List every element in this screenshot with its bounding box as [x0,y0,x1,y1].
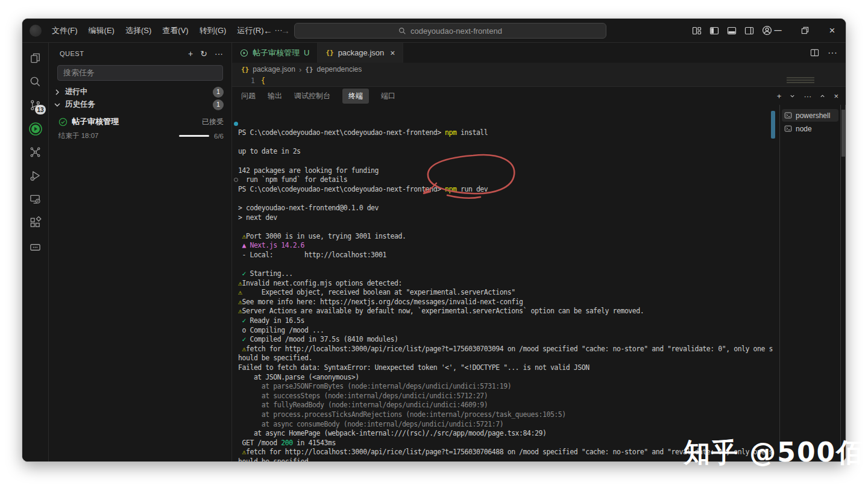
close-panel-icon[interactable]: × [834,92,838,101]
split-editor-icon[interactable] [810,48,819,57]
command-center-search[interactable]: codeyoudao-next-frontend [294,23,606,39]
watermark: 知乎 @500佰 [684,435,864,471]
search-icon [398,27,406,35]
terminal-line: PS C:\code\codeyoudao-next\codeyoudao-ne… [238,185,779,195]
task-finished-time: 结束于 18:07 [58,131,98,140]
close-window-button[interactable]: × [819,19,846,42]
terminal-output[interactable]: PS C:\code\codeyoudao-next\codeyoudao-ne… [232,105,779,462]
terminal-command-marker [234,178,238,182]
tab-package-json[interactable]: {} package.json × [318,43,403,63]
terminal-instance-powershell[interactable]: powershell [782,109,838,122]
menu-item[interactable]: 文件(F) [46,23,83,39]
menu-item[interactable]: 编辑(E) [83,23,120,39]
menu-item[interactable]: 查看(V) [157,23,193,39]
terminal-line [238,260,779,270]
terminal-line: ⚠ Expected object, received boolean at "… [238,288,779,298]
tab-quest-task[interactable]: 帖子审核管理 U [232,43,318,63]
terminal-dropdown-icon[interactable] [789,93,796,99]
source-control-icon[interactable]: 13 [22,93,49,117]
terminal-line: ⚠Port 3000 is in use, trying 3001 instea… [238,232,779,242]
section-history[interactable]: 历史任务 1 [49,98,231,111]
terminal-line [238,138,779,148]
menu-item[interactable]: 选择(S) [120,23,157,39]
terminal-line: > next dev [238,213,779,223]
task-icon [240,49,248,57]
terminal-lines: PS C:\code\codeyoudao-next\codeyoudao-ne… [238,128,779,462]
breadcrumb[interactable]: {} package.json › {} dependencies [232,63,846,76]
section-label: 进行中 [65,87,88,97]
terminal-instance-node[interactable]: node [782,122,838,135]
minimap[interactable] [787,77,814,84]
toggle-panel-icon[interactable] [727,26,737,36]
panel-more-icon[interactable]: ··· [804,92,811,101]
customize-layout-icon[interactable] [692,26,702,36]
test-explorer-icon[interactable] [22,140,49,164]
search-view-icon[interactable] [22,70,49,93]
breadcrumb-symbol[interactable]: dependencies [317,65,362,74]
vscode-window: 文件(F)编辑(E)选择(S)查看(V)转到(G)运行(R)··· ← → co… [22,18,846,462]
code-line: { [261,77,265,85]
panel-tab-问题[interactable]: 问题 [241,91,256,101]
explorer-icon[interactable] [22,46,49,70]
forward-arrow-icon[interactable]: → [281,25,290,36]
panel-tab-bar: 问题输出调试控制台终端端口 + ··· × [232,87,846,105]
layout-controls [692,25,772,36]
terminal-line [238,194,779,204]
task-status-badge: 已接受 [202,117,224,127]
terminal-line: > codeyoudao-next-frontend@0.1.0 dev [238,204,779,213]
editor-more-actions-icon[interactable]: ··· [828,48,837,58]
panel-tab-输出[interactable]: 输出 [268,91,282,101]
more-actions-icon[interactable]: ··· [215,49,223,58]
run-debug-icon[interactable] [22,164,49,187]
breadcrumb-separator-icon: › [299,65,301,74]
refresh-icon[interactable]: ↻ [200,49,207,58]
terminal-line: at JSON.parse (<anonymous>) [238,373,779,383]
window-controls: ─ × [764,19,846,42]
terminal-actions: + ··· × [777,87,838,105]
terminal-scrollbar[interactable] [771,111,775,139]
back-arrow-icon[interactable]: ← [263,25,272,36]
section-in-progress[interactable]: 进行中 1 [49,86,231,98]
task-search-input[interactable]: 搜索任务 [57,65,223,81]
restore-button[interactable] [791,19,819,42]
terminal-line: at fullyReadBody (node:internal/deps/und… [238,401,779,410]
terminal-line: ✓ Ready in 16.5s [238,316,779,326]
new-terminal-icon[interactable]: + [777,92,782,101]
quest-view-icon[interactable] [22,117,49,140]
close-tab-icon[interactable]: × [390,48,395,58]
comments-panel-icon[interactable] [22,236,49,259]
terminal-line: ⚠Server Actions are available by default… [238,307,779,316]
breadcrumb-file[interactable]: package.json [253,65,295,74]
task-item[interactable]: 帖子审核管理 已接受 结束于 18:07 6/6 [49,111,231,140]
sidebar-header: QUEST + ↻ ··· [49,43,231,64]
terminal-line: at process.processTicksAndRejections (no… [238,410,779,420]
minimize-button[interactable]: ─ [764,19,791,42]
remote-explorer-icon[interactable] [22,187,49,211]
panel-right-scrollbar[interactable] [840,105,846,462]
git-status-letter: U [304,48,309,57]
extensions-icon[interactable] [22,211,49,234]
tab-label: 帖子审核管理 [253,48,300,58]
vscode-logo-icon [30,25,42,37]
add-task-icon[interactable]: + [188,49,193,58]
panel-tab-终端[interactable]: 终端 [342,89,369,104]
section-badge: 1 [213,99,224,110]
terminal-label: node [796,125,812,133]
task-name: 帖子审核管理 [72,116,119,127]
section-badge: 1 [213,87,224,98]
terminal-line [238,222,779,232]
panel-tab-端口[interactable]: 端口 [381,91,395,101]
section-label: 历史任务 [65,99,95,110]
toggle-primary-sidebar-icon[interactable] [709,26,719,36]
chevron-down-icon [52,100,62,110]
editor-code-area[interactable]: 1 { [232,76,846,86]
toggle-secondary-sidebar-icon[interactable] [744,26,754,36]
task-progress-count: 6/6 [214,133,224,140]
terminal-line: ⚠Invalid next.config.mjs options detecte… [238,279,779,289]
terminal-label: powershell [796,111,830,120]
menu-item[interactable]: 转到(G) [194,23,232,39]
terminal-command-marker [234,122,238,126]
json-file-icon: {} [241,66,249,74]
maximize-panel-icon[interactable] [819,93,826,99]
panel-tab-调试控制台[interactable]: 调试控制台 [294,91,330,101]
